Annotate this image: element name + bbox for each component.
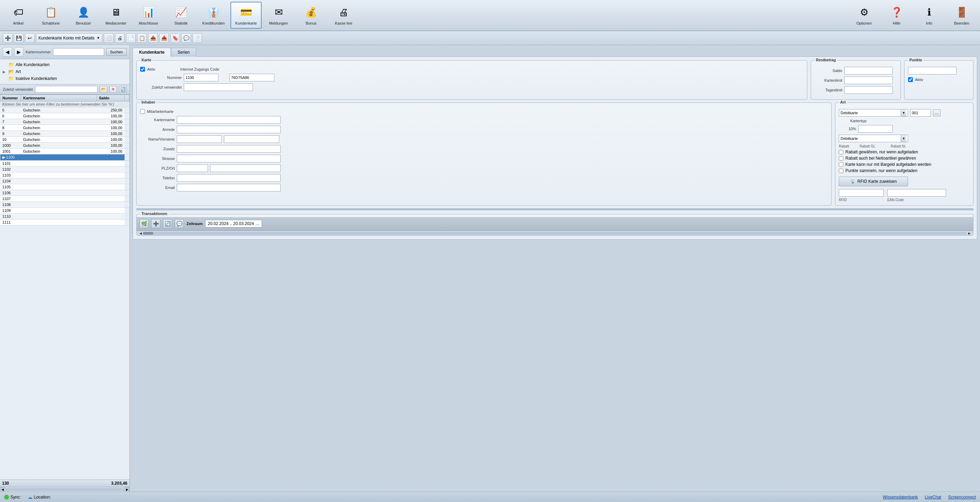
- trans-scroll-track[interactable]: [143, 232, 967, 235]
- chat-button[interactable]: 💬: [181, 33, 191, 43]
- search-button[interactable]: Suchen: [106, 48, 127, 56]
- sec-btn-3[interactable]: 📤: [148, 33, 158, 43]
- toolbar-meldungen[interactable]: ✉ Meldungen: [263, 2, 294, 29]
- plz-input[interactable]: [177, 164, 208, 172]
- export-button[interactable]: 📄: [126, 33, 136, 43]
- rabatt-gl-input[interactable]: [858, 125, 893, 132]
- toolbar-abschluesse[interactable]: 📊 Abschlüsse: [133, 2, 164, 29]
- recently-input[interactable]: [35, 86, 98, 93]
- prev-button[interactable]: ◀: [3, 47, 12, 57]
- rfid-input[interactable]: [839, 189, 884, 197]
- hscroll-track[interactable]: [6, 488, 124, 491]
- cb-rabatt-nettoartikel-input[interactable]: [839, 156, 843, 161]
- table-row[interactable]: 9Gutschein100,00: [0, 131, 129, 137]
- kartentyp-dropdown[interactable]: Debitkarte ▼: [839, 135, 908, 142]
- recently-clear-btn[interactable]: ✕: [109, 86, 117, 93]
- cb-rabatt-aufgeladen-input[interactable]: [839, 150, 843, 155]
- nummer-input[interactable]: [184, 74, 218, 81]
- table-row[interactable]: 1000Gutschein100,00: [0, 143, 129, 148]
- debitkarte-dropdown[interactable]: Debitkarte ▼: [839, 109, 908, 117]
- name-input[interactable]: [177, 135, 222, 143]
- table-row[interactable]: 1102: [0, 167, 129, 172]
- zuletzt-verwendet-input[interactable]: [184, 83, 253, 91]
- table-row[interactable]: 7Gutschein100,00: [0, 119, 129, 125]
- sec-btn-2[interactable]: 📋: [137, 33, 147, 43]
- ort-input[interactable]: [210, 164, 281, 172]
- toolbar-hilfe[interactable]: ❓ Hilfe: [881, 2, 912, 29]
- ean-code-input[interactable]: [887, 189, 946, 197]
- print-button[interactable]: 🖨: [115, 33, 124, 43]
- table-row[interactable]: 1105: [0, 184, 129, 190]
- punkte-input[interactable]: [908, 67, 956, 75]
- internet-code-input[interactable]: [229, 74, 274, 81]
- hscroll-left-arrow[interactable]: ◀: [0, 487, 5, 492]
- zeitraum-input[interactable]: 20.02.2024 .. 20.03.2024 …: [205, 220, 262, 228]
- karte-aktiv-checkbox[interactable]: [140, 67, 145, 72]
- anrede-input[interactable]: [177, 126, 281, 133]
- kartenname-input[interactable]: [177, 116, 281, 124]
- table-row[interactable]: 1101: [0, 161, 129, 167]
- toolbar-kundenkarte[interactable]: 💳 Kundenkarte: [231, 2, 262, 29]
- recently-browse-btn[interactable]: 📂: [100, 86, 107, 93]
- table-row[interactable]: 1001Gutschein100,00: [0, 148, 129, 155]
- cb-punkte-sammeln-input[interactable]: [839, 169, 843, 173]
- save-button[interactable]: 💾: [14, 33, 24, 43]
- table-row[interactable]: 1106: [0, 190, 129, 196]
- trans-refresh-btn[interactable]: 🔄: [163, 219, 172, 228]
- kartenlimit-input[interactable]: [844, 76, 893, 84]
- table-row[interactable]: 1107: [0, 196, 129, 202]
- screenconnect-link[interactable]: Screenconnect: [948, 495, 976, 500]
- table-row[interactable]: 1111: [0, 220, 129, 225]
- tree-item-inactive[interactable]: 📁 Inaktive Kundenkarten: [3, 75, 127, 82]
- cb-bargeld-input[interactable]: [839, 163, 843, 167]
- table-row[interactable]: 1108: [0, 202, 129, 208]
- table-row[interactable]: ▶ 1100: [0, 155, 129, 161]
- trans-scroll-right[interactable]: ▶: [967, 231, 972, 236]
- debitkarte-code-input[interactable]: [910, 109, 931, 117]
- mitarbeiterkarte-checkbox[interactable]: [140, 109, 145, 114]
- tab-kundenkarte[interactable]: Kundenkarte: [132, 48, 171, 57]
- strasse-input[interactable]: [177, 155, 281, 163]
- add-button[interactable]: ➕: [3, 33, 13, 43]
- hscroll-right-arrow[interactable]: ▶: [124, 487, 129, 492]
- next-button[interactable]: ▶: [14, 47, 24, 57]
- rfid-karte-zuweisen-button[interactable]: 📡 RFID Karte zuweisen: [839, 177, 908, 186]
- table-row[interactable]: 6Gutschein100,00: [0, 113, 129, 119]
- zusatz-input[interactable]: [177, 145, 281, 153]
- sec-btn-1[interactable]: ⬜: [104, 33, 113, 43]
- toolbar-beenden[interactable]: 🚪 Beenden: [946, 2, 977, 29]
- punkte-aktiv-checkbox[interactable]: [908, 77, 913, 82]
- tree-item-all[interactable]: 📁 Alle Kundenkarten: [3, 61, 127, 68]
- sec-btn-5[interactable]: 🔖: [170, 33, 180, 43]
- toolbar-info[interactable]: ℹ Info: [913, 2, 945, 29]
- zeitraum-browse-btn[interactable]: …: [255, 221, 259, 226]
- help-button[interactable]: ❔: [192, 33, 202, 43]
- toolbar-benutzer[interactable]: 👤 Benutzer: [68, 2, 99, 29]
- resize-divider[interactable]: [136, 209, 974, 210]
- view-dropdown[interactable]: Kundenkarte Konto mit Details ▼: [36, 33, 102, 43]
- trans-chat-btn[interactable]: 💬: [175, 219, 184, 228]
- debitkarte-browse-btn[interactable]: …: [933, 109, 940, 116]
- tree-item-art[interactable]: ▶ 📂 Art: [3, 68, 127, 75]
- table-row[interactable]: 1109: [0, 208, 129, 214]
- toolbar-statistik[interactable]: 📈 Statistik: [165, 2, 197, 29]
- trans-scroll-left[interactable]: ◀: [138, 231, 143, 236]
- back-button[interactable]: ↩: [25, 33, 35, 43]
- table-row[interactable]: 10Gutschein100,00: [0, 137, 129, 143]
- recently-refresh-btn[interactable]: 🔄: [119, 86, 127, 93]
- toolbar-kreditkunden[interactable]: 👔 Kreditkunden: [198, 2, 229, 29]
- table-row[interactable]: 1103: [0, 172, 129, 178]
- table-row[interactable]: 1110: [0, 214, 129, 220]
- wissensdatenbank-link[interactable]: Wissensdatenbank: [883, 495, 918, 500]
- tab-serien[interactable]: Serien: [171, 48, 196, 57]
- sec-btn-4[interactable]: 📥: [159, 33, 169, 43]
- livechat-link[interactable]: LiveChat: [925, 495, 941, 500]
- toolbar-kasse-live[interactable]: 🖨 Kasse live: [328, 2, 359, 29]
- tageslimit-input[interactable]: [844, 86, 893, 94]
- table-row[interactable]: 8Gutschein100,00: [0, 125, 129, 131]
- toolbar-schablone[interactable]: 📋 Schablone: [35, 2, 67, 29]
- table-row[interactable]: 5Gutschein250,00: [0, 107, 129, 113]
- vorname-input[interactable]: [224, 135, 279, 143]
- search-input[interactable]: [53, 48, 104, 56]
- toolbar-artikel[interactable]: 🏷 Artikel: [3, 2, 34, 29]
